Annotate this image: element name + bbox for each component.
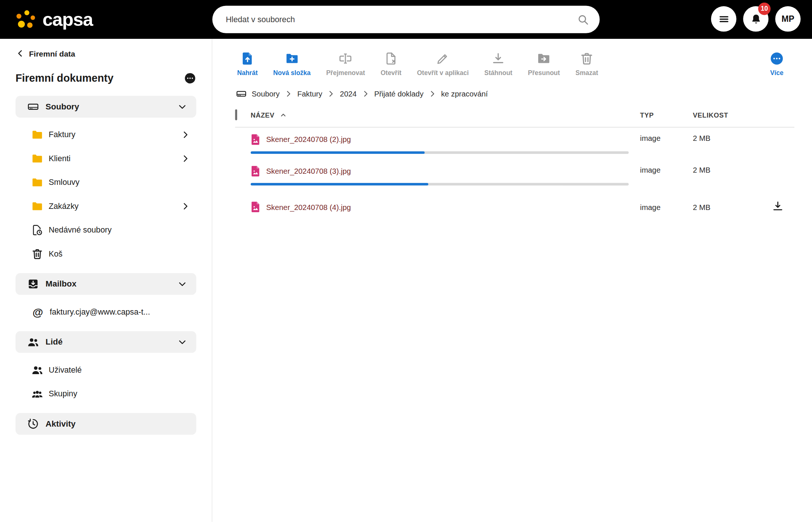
sidebar-section-soubory[interactable]: Soubory [16, 96, 196, 118]
chevron-down-icon [178, 338, 187, 347]
chevron-right-icon[interactable] [181, 130, 190, 139]
section-label: Mailbox [45, 279, 171, 289]
chevron-right-icon [327, 90, 335, 98]
sidebar-item-faktury[interactable]: Faktury [16, 123, 196, 146]
mailbox-icon [27, 278, 40, 290]
sidebar-item-label: Skupiny [49, 389, 190, 399]
sidebar-item-klienti[interactable]: Klienti [16, 147, 196, 170]
sidebar-item-label: Nedávné soubory [49, 226, 190, 235]
table-row[interactable]: Skener_20240708 (4).jpg image 2 MB [235, 191, 794, 223]
open-label: Otevřít [381, 70, 401, 77]
select-all-checkbox[interactable] [235, 109, 237, 120]
search-icon[interactable] [577, 13, 590, 26]
capsa-logo[interactable]: capsa [13, 7, 93, 31]
table-header: NÁZEV TYP VELIKOST [235, 103, 794, 128]
bell-icon [750, 13, 762, 25]
notification-badge: 10 [758, 3, 771, 15]
folder-icon [31, 129, 44, 141]
chevron-right-icon [361, 90, 369, 98]
upload-label: Nahrát [237, 70, 258, 77]
search-input[interactable] [225, 14, 577, 25]
open-in-app-button[interactable]: Otevřít v aplikaci [417, 51, 469, 77]
file-type: image [640, 166, 693, 174]
move-folder-icon [537, 51, 551, 66]
breadcrumb-item-2024[interactable]: 2024 [340, 90, 356, 98]
sidebar-item-mailbox-address[interactable]: @ faktury.cjay@www.capsa-t... [16, 300, 196, 324]
file-toolbar: Nahrát Nová složka Přejmenovat [212, 39, 812, 78]
rename-button[interactable]: Přejmenovat [326, 51, 365, 77]
recent-files-icon [31, 224, 44, 237]
column-header-type[interactable]: TYP [640, 111, 693, 119]
upload-file-icon [240, 51, 255, 66]
new-folder-button[interactable]: Nová složka [273, 51, 311, 77]
table-row[interactable]: Skener_20240708 (3).jpg image 2 MB [235, 159, 794, 191]
breadcrumb-item-soubory[interactable]: Soubory [252, 90, 280, 98]
file-type: image [640, 134, 693, 142]
file-name-link[interactable]: Skener_20240708 (4).jpg [266, 203, 351, 211]
breadcrumb-item-faktury[interactable]: Faktury [297, 90, 323, 98]
menu-button[interactable] [711, 6, 737, 32]
more-button[interactable]: Více [770, 51, 784, 77]
section-label: Aktivity [45, 419, 187, 428]
sidebar-item-zakazky[interactable]: Zakázky [16, 194, 196, 218]
chevron-right-icon[interactable] [181, 154, 190, 163]
sidebar-item-smlouvy[interactable]: Smlouvy [16, 170, 196, 194]
sidebar-section-aktivity[interactable]: Aktivity [16, 413, 196, 435]
brand-name: capsa [42, 10, 93, 28]
row-download-button[interactable] [772, 200, 784, 212]
sidebar-section-lide[interactable]: Lidé [16, 331, 196, 353]
more-options-icon[interactable] [184, 72, 197, 85]
file-name-link[interactable]: Skener_20240708 (3).jpg [266, 167, 351, 175]
avatar[interactable]: MP [775, 6, 801, 32]
upload-button[interactable]: Nahrát [237, 51, 258, 77]
breadcrumb-item-prijate-doklady[interactable]: Přijaté doklady [374, 90, 423, 98]
sidebar-title-row: Firemní dokumenty [16, 72, 196, 85]
new-folder-icon [285, 51, 299, 66]
trash-icon [580, 51, 594, 66]
open-in-app-label: Otevřít v aplikaci [417, 70, 469, 77]
folder-icon [31, 152, 44, 165]
sidebar-item-kos[interactable]: Koš [16, 242, 196, 266]
back-link-firemni-data[interactable]: Firemní data [16, 47, 196, 60]
folder-icon [31, 200, 44, 213]
table-row[interactable]: Skener_20240708 (2).jpg image 2 MB [235, 128, 794, 159]
column-header-name[interactable]: NÁZEV [250, 111, 640, 119]
sidebar-item-label: Smlouvy [49, 178, 190, 187]
capsa-app: capsa 10 [0, 0, 812, 522]
hamburger-icon [717, 13, 730, 25]
chevron-right-icon [284, 90, 293, 98]
delete-button[interactable]: Smazat [576, 51, 598, 77]
sidebar-item-skupiny[interactable]: Skupiny [16, 382, 196, 406]
sidebar-item-label: Zakázky [49, 201, 175, 211]
download-button[interactable]: Stáhnout [484, 51, 512, 77]
breadcrumb: Soubory Faktury 2024 Přijaté doklady ke … [212, 88, 812, 100]
image-file-icon [250, 201, 260, 212]
new-folder-label: Nová složka [273, 70, 311, 77]
search-bar [212, 6, 600, 33]
pencil-icon [436, 51, 450, 66]
name-header-label: NÁZEV [250, 111, 274, 119]
more-circle-icon [770, 51, 784, 66]
chevron-down-icon [178, 102, 187, 111]
topbar-actions: 10 MP [711, 6, 801, 32]
file-name-link[interactable]: Skener_20240708 (2).jpg [266, 135, 351, 143]
open-file-icon [384, 51, 398, 66]
sidebar-section-mailbox[interactable]: Mailbox [16, 273, 196, 295]
sidebar-item-nedavne-soubory[interactable]: Nedávné soubory [16, 218, 196, 242]
avatar-initials: MP [781, 14, 794, 24]
sidebar-item-label: Faktury [49, 130, 175, 139]
notifications-button[interactable]: 10 [743, 6, 769, 32]
move-button[interactable]: Přesunout [528, 51, 560, 77]
chevron-right-icon[interactable] [181, 201, 190, 211]
column-header-size[interactable]: VELIKOST [693, 111, 772, 119]
sidebar-item-uzivatele[interactable]: Uživatelé [16, 358, 196, 382]
topbar: capsa 10 [0, 0, 812, 39]
breadcrumb-item-ke-zpracovani[interactable]: ke zpracování [441, 90, 488, 98]
back-link-label: Firemní data [29, 49, 75, 58]
open-button[interactable]: Otevřít [381, 51, 401, 77]
folder-icon [31, 176, 44, 189]
rename-icon [338, 51, 353, 66]
trash-icon [31, 248, 44, 260]
capsa-dots-icon [13, 7, 37, 31]
more-label: Více [770, 70, 784, 77]
